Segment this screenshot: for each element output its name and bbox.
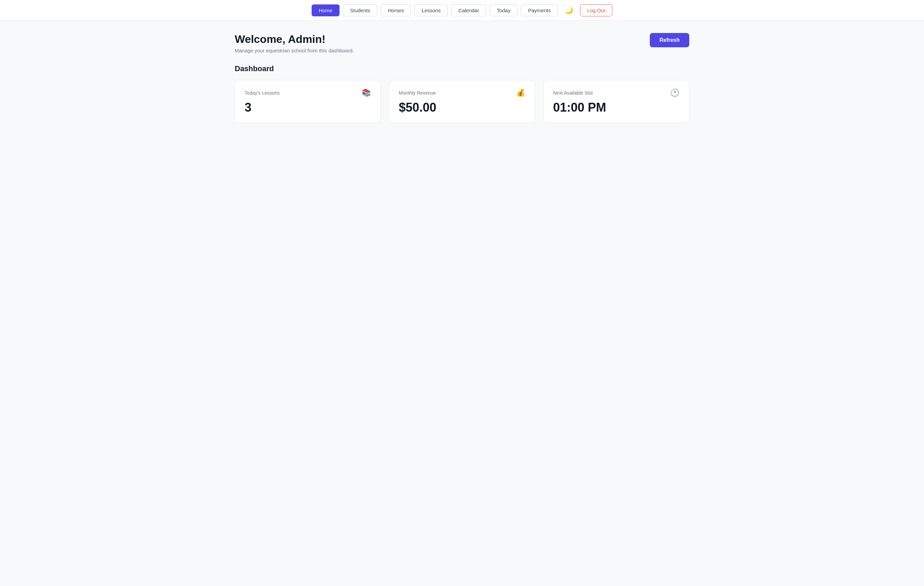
monthly-revenue-label: Monthly Revenue: [399, 90, 436, 96]
today-lessons-label: Today's Lessons: [244, 90, 280, 96]
nav-lessons[interactable]: Lessons: [414, 5, 448, 17]
dark-mode-toggle[interactable]: 🌙: [561, 4, 577, 17]
nav-today[interactable]: Today: [490, 5, 518, 17]
monthly-revenue-value: $50.00: [399, 101, 525, 114]
header-row: Welcome, Admin! Manage your equestrian s…: [235, 33, 689, 53]
today-lessons-value: 3: [244, 101, 371, 114]
dashboard-section-title: Dashboard: [235, 64, 689, 73]
revenue-icon: 💰: [516, 89, 525, 97]
page-subtitle: Manage your equestrian school from this …: [235, 48, 354, 53]
card-header-revenue: Monthly Revenue 💰: [399, 89, 525, 97]
next-slot-card: Next Available Slot 🕐 01:00 PM: [543, 80, 689, 123]
navbar: Home Students Horses Lessons Calendar To…: [0, 0, 924, 21]
nav-payments[interactable]: Payments: [521, 5, 558, 17]
welcome-section: Welcome, Admin! Manage your equestrian s…: [235, 33, 354, 53]
main-content: Welcome, Admin! Manage your equestrian s…: [224, 21, 700, 135]
clock-icon: 🕐: [670, 89, 680, 97]
nav-home[interactable]: Home: [312, 5, 340, 17]
next-slot-label: Next Available Slot: [553, 90, 592, 96]
nav-calendar[interactable]: Calendar: [451, 5, 486, 17]
lessons-icon: 📚: [361, 89, 371, 97]
card-header-slot: Next Available Slot 🕐: [553, 89, 680, 97]
next-slot-value: 01:00 PM: [553, 101, 680, 114]
cards-grid: Today's Lessons 📚 3 Monthly Revenue 💰 $5…: [235, 80, 689, 123]
page-title: Welcome, Admin!: [235, 33, 354, 46]
nav-horses[interactable]: Horses: [381, 5, 411, 17]
nav-students[interactable]: Students: [343, 5, 377, 17]
card-header-lessons: Today's Lessons 📚: [244, 89, 371, 97]
monthly-revenue-card: Monthly Revenue 💰 $50.00: [389, 80, 535, 123]
refresh-button[interactable]: Refresh: [650, 33, 689, 47]
today-lessons-card: Today's Lessons 📚 3: [235, 80, 381, 123]
logout-button[interactable]: Log Out: [580, 5, 612, 17]
